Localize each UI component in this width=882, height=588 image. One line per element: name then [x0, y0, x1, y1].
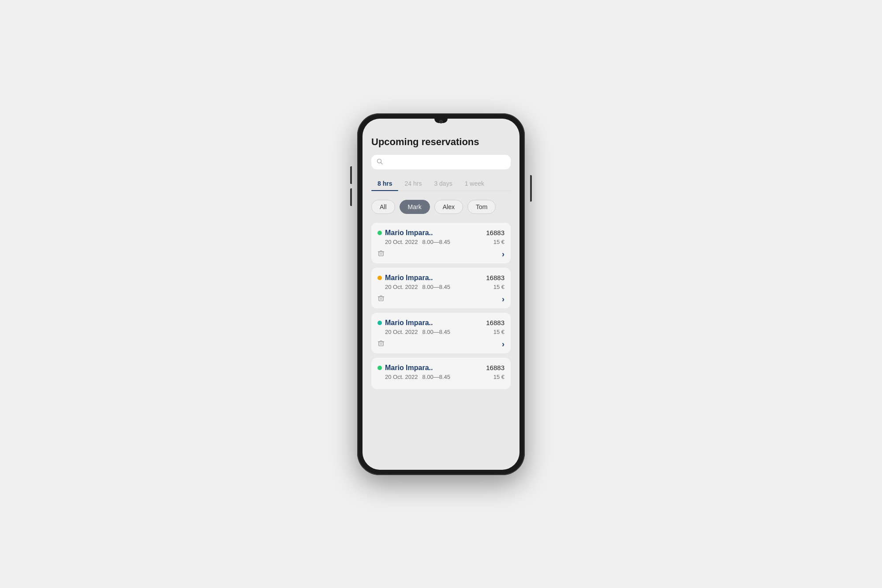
- svg-rect-7: [379, 297, 383, 301]
- card-date-1: 20 Oct. 2022: [385, 239, 418, 245]
- svg-rect-2: [379, 252, 383, 256]
- card-actions-3: ›: [377, 340, 505, 349]
- reservation-card-3: Mario Impara.. 16883 20 Oct. 2022 8.00—8…: [371, 313, 511, 353]
- card-date-2: 20 Oct. 2022: [385, 284, 418, 290]
- card-actions-1: ›: [377, 250, 505, 259]
- card-actions-2: ›: [377, 295, 505, 304]
- svg-rect-12: [379, 342, 383, 346]
- tab-1week[interactable]: 1 week: [459, 176, 490, 191]
- page-title: Upcoming reservations: [371, 136, 511, 148]
- card-datetime-3: 20 Oct. 2022 8.00—8.45: [385, 329, 450, 335]
- vol-up-button: [350, 166, 352, 184]
- card-time-2: 8.00—8.45: [422, 284, 450, 290]
- status-dot-green-4: [377, 366, 382, 370]
- card-details-1: 20 Oct. 2022 8.00—8.45 15 €: [377, 239, 505, 245]
- card-time-1: 8.00—8.45: [422, 239, 450, 245]
- card-id-2: 16883: [486, 274, 505, 281]
- vol-down-button: [350, 188, 352, 206]
- card-id-4: 16883: [486, 364, 505, 371]
- card-time-3: 8.00—8.45: [422, 329, 450, 335]
- chip-mark[interactable]: Mark: [400, 200, 430, 214]
- reservation-card-1: Mario Impara.. 16883 20 Oct. 2022 8.00—8…: [371, 223, 511, 263]
- card-name-row-1: Mario Impara..: [377, 229, 433, 237]
- chevron-button-3[interactable]: ›: [502, 340, 505, 349]
- reservation-card-4: Mario Impara.. 16883 20 Oct. 2022 8.00—8…: [371, 358, 511, 389]
- card-name-row-4: Mario Impara..: [377, 364, 433, 372]
- search-bar[interactable]: [371, 155, 511, 169]
- trash-button-1[interactable]: [377, 250, 385, 258]
- svg-line-1: [381, 162, 383, 164]
- card-top-4: Mario Impara.. 16883: [377, 364, 505, 372]
- card-top-1: Mario Impara.. 16883: [377, 229, 505, 237]
- filter-chips: All Mark Alex Tom: [371, 200, 511, 214]
- tab-24hrs[interactable]: 24 hrs: [398, 176, 428, 191]
- card-datetime-1: 20 Oct. 2022 8.00—8.45: [385, 239, 450, 245]
- card-datetime-4: 20 Oct. 2022 8.00—8.45: [385, 374, 450, 380]
- card-date-3: 20 Oct. 2022: [385, 329, 418, 335]
- chip-all[interactable]: All: [371, 200, 395, 214]
- time-tabs: 8 hrs 24 hrs 3 days 1 week: [371, 176, 511, 191]
- status-dot-green-1: [377, 231, 382, 235]
- reservation-card-2: Mario Impara.. 16883 20 Oct. 2022 8.00—8…: [371, 268, 511, 308]
- card-id-3: 16883: [486, 319, 505, 326]
- tab-3days[interactable]: 3 days: [428, 176, 458, 191]
- card-details-3: 20 Oct. 2022 8.00—8.45 15 €: [377, 329, 505, 335]
- status-dot-yellow-2: [377, 276, 382, 280]
- card-name-row-2: Mario Impara..: [377, 274, 433, 282]
- card-name-4: Mario Impara..: [385, 364, 433, 372]
- trash-button-2[interactable]: [377, 295, 385, 303]
- card-details-2: 20 Oct. 2022 8.00—8.45 15 €: [377, 284, 505, 290]
- card-price-1: 15 €: [493, 239, 505, 245]
- search-input[interactable]: [386, 158, 505, 166]
- card-date-4: 20 Oct. 2022: [385, 374, 418, 380]
- card-top-2: Mario Impara.. 16883: [377, 274, 505, 282]
- card-price-4: 15 €: [493, 374, 505, 380]
- chip-alex[interactable]: Alex: [434, 200, 463, 214]
- phone-screen: Upcoming reservations 8 hrs 24 hrs 3 day…: [363, 119, 519, 470]
- card-id-1: 16883: [486, 229, 505, 236]
- card-name-3: Mario Impara..: [385, 319, 433, 327]
- card-price-3: 15 €: [493, 329, 505, 335]
- search-icon: [377, 158, 383, 166]
- screen-content: Upcoming reservations 8 hrs 24 hrs 3 day…: [363, 119, 519, 470]
- card-details-4: 20 Oct. 2022 8.00—8.45 15 €: [377, 374, 505, 380]
- card-top-3: Mario Impara.. 16883: [377, 319, 505, 327]
- card-name-1: Mario Impara..: [385, 229, 433, 237]
- chevron-button-1[interactable]: ›: [502, 250, 505, 259]
- chip-tom[interactable]: Tom: [467, 200, 496, 214]
- power-button: [530, 175, 532, 202]
- trash-button-3[interactable]: [377, 340, 385, 348]
- card-name-2: Mario Impara..: [385, 274, 433, 282]
- status-dot-teal-3: [377, 321, 382, 325]
- card-price-2: 15 €: [493, 284, 505, 290]
- card-time-4: 8.00—8.45: [422, 374, 450, 380]
- camera-icon: [439, 120, 443, 124]
- card-datetime-2: 20 Oct. 2022 8.00—8.45: [385, 284, 450, 290]
- phone-device: Upcoming reservations 8 hrs 24 hrs 3 day…: [357, 113, 525, 475]
- card-name-row-3: Mario Impara..: [377, 319, 433, 327]
- chevron-button-2[interactable]: ›: [502, 295, 505, 304]
- tab-8hrs[interactable]: 8 hrs: [371, 176, 398, 191]
